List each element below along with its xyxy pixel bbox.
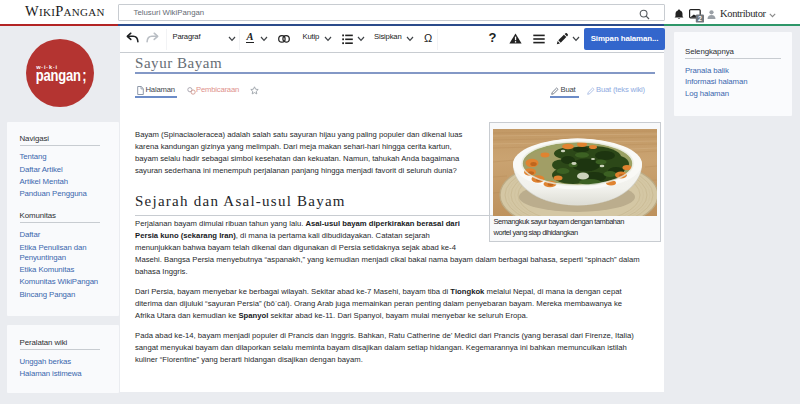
- svg-text:2: 2: [698, 14, 702, 21]
- svg-text:pangan;: pangan;: [36, 65, 87, 84]
